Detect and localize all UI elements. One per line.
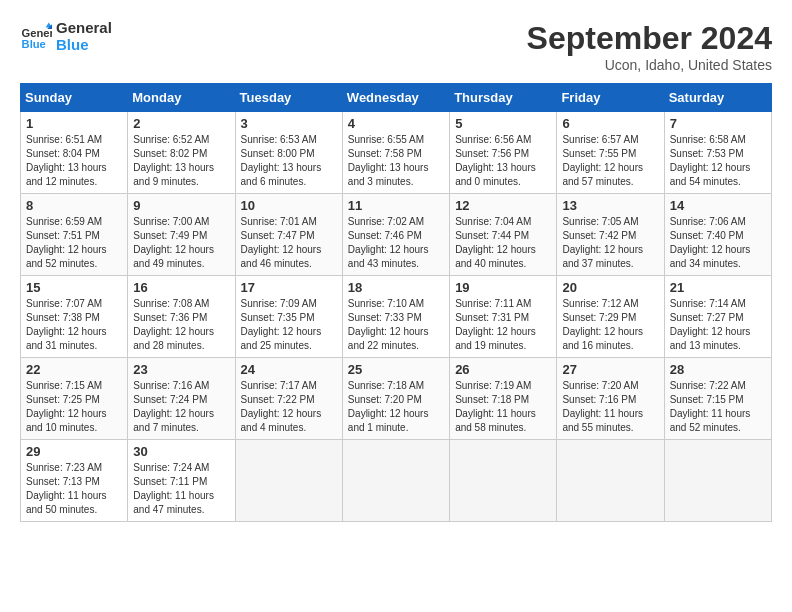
cell-content: Sunrise: 7:05 AM Sunset: 7:42 PM Dayligh… — [562, 215, 658, 271]
cell-content: Sunrise: 7:09 AM Sunset: 7:35 PM Dayligh… — [241, 297, 337, 353]
day-number: 24 — [241, 362, 337, 377]
calendar-table: SundayMondayTuesdayWednesdayThursdayFrid… — [20, 83, 772, 522]
logo-icon: General Blue — [20, 21, 52, 53]
calendar-cell: 16 Sunrise: 7:08 AM Sunset: 7:36 PM Dayl… — [128, 276, 235, 358]
cell-content: Sunrise: 7:16 AM Sunset: 7:24 PM Dayligh… — [133, 379, 229, 435]
header-friday: Friday — [557, 84, 664, 112]
cell-content: Sunrise: 7:10 AM Sunset: 7:33 PM Dayligh… — [348, 297, 444, 353]
day-number: 23 — [133, 362, 229, 377]
calendar-cell — [450, 440, 557, 522]
day-number: 30 — [133, 444, 229, 459]
calendar-cell — [557, 440, 664, 522]
cell-content: Sunrise: 7:18 AM Sunset: 7:20 PM Dayligh… — [348, 379, 444, 435]
cell-content: Sunrise: 7:24 AM Sunset: 7:11 PM Dayligh… — [133, 461, 229, 517]
day-number: 10 — [241, 198, 337, 213]
calendar-cell: 19 Sunrise: 7:11 AM Sunset: 7:31 PM Dayl… — [450, 276, 557, 358]
calendar-cell: 7 Sunrise: 6:58 AM Sunset: 7:53 PM Dayli… — [664, 112, 771, 194]
cell-content: Sunrise: 6:59 AM Sunset: 7:51 PM Dayligh… — [26, 215, 122, 271]
calendar-cell — [664, 440, 771, 522]
cell-content: Sunrise: 7:04 AM Sunset: 7:44 PM Dayligh… — [455, 215, 551, 271]
calendar-cell: 29 Sunrise: 7:23 AM Sunset: 7:13 PM Dayl… — [21, 440, 128, 522]
day-number: 20 — [562, 280, 658, 295]
day-number: 11 — [348, 198, 444, 213]
calendar-cell: 3 Sunrise: 6:53 AM Sunset: 8:00 PM Dayli… — [235, 112, 342, 194]
cell-content: Sunrise: 7:01 AM Sunset: 7:47 PM Dayligh… — [241, 215, 337, 271]
calendar-cell: 1 Sunrise: 6:51 AM Sunset: 8:04 PM Dayli… — [21, 112, 128, 194]
cell-content: Sunrise: 6:51 AM Sunset: 8:04 PM Dayligh… — [26, 133, 122, 189]
day-number: 15 — [26, 280, 122, 295]
calendar-cell: 9 Sunrise: 7:00 AM Sunset: 7:49 PM Dayli… — [128, 194, 235, 276]
calendar-cell: 30 Sunrise: 7:24 AM Sunset: 7:11 PM Dayl… — [128, 440, 235, 522]
day-number: 27 — [562, 362, 658, 377]
week-row-4: 22 Sunrise: 7:15 AM Sunset: 7:25 PM Dayl… — [21, 358, 772, 440]
day-number: 4 — [348, 116, 444, 131]
calendar-cell: 5 Sunrise: 6:56 AM Sunset: 7:56 PM Dayli… — [450, 112, 557, 194]
calendar-cell: 8 Sunrise: 6:59 AM Sunset: 7:51 PM Dayli… — [21, 194, 128, 276]
calendar-cell: 6 Sunrise: 6:57 AM Sunset: 7:55 PM Dayli… — [557, 112, 664, 194]
calendar-cell: 2 Sunrise: 6:52 AM Sunset: 8:02 PM Dayli… — [128, 112, 235, 194]
header-saturday: Saturday — [664, 84, 771, 112]
logo: General Blue General Blue — [20, 20, 112, 53]
day-number: 9 — [133, 198, 229, 213]
header: General Blue General Blue September 2024… — [20, 20, 772, 73]
calendar-cell: 21 Sunrise: 7:14 AM Sunset: 7:27 PM Dayl… — [664, 276, 771, 358]
day-number: 1 — [26, 116, 122, 131]
cell-content: Sunrise: 6:56 AM Sunset: 7:56 PM Dayligh… — [455, 133, 551, 189]
day-number: 12 — [455, 198, 551, 213]
cell-content: Sunrise: 7:17 AM Sunset: 7:22 PM Dayligh… — [241, 379, 337, 435]
cell-content: Sunrise: 7:07 AM Sunset: 7:38 PM Dayligh… — [26, 297, 122, 353]
cell-content: Sunrise: 6:55 AM Sunset: 7:58 PM Dayligh… — [348, 133, 444, 189]
calendar-header-row: SundayMondayTuesdayWednesdayThursdayFrid… — [21, 84, 772, 112]
location: Ucon, Idaho, United States — [527, 57, 772, 73]
calendar-cell — [235, 440, 342, 522]
day-number: 13 — [562, 198, 658, 213]
day-number: 19 — [455, 280, 551, 295]
day-number: 17 — [241, 280, 337, 295]
week-row-5: 29 Sunrise: 7:23 AM Sunset: 7:13 PM Dayl… — [21, 440, 772, 522]
cell-content: Sunrise: 7:06 AM Sunset: 7:40 PM Dayligh… — [670, 215, 766, 271]
day-number: 14 — [670, 198, 766, 213]
day-number: 29 — [26, 444, 122, 459]
svg-text:Blue: Blue — [22, 38, 46, 50]
calendar-cell: 22 Sunrise: 7:15 AM Sunset: 7:25 PM Dayl… — [21, 358, 128, 440]
cell-content: Sunrise: 7:23 AM Sunset: 7:13 PM Dayligh… — [26, 461, 122, 517]
logo-general: General — [56, 20, 112, 37]
header-monday: Monday — [128, 84, 235, 112]
day-number: 2 — [133, 116, 229, 131]
day-number: 6 — [562, 116, 658, 131]
calendar-cell: 28 Sunrise: 7:22 AM Sunset: 7:15 PM Dayl… — [664, 358, 771, 440]
week-row-3: 15 Sunrise: 7:07 AM Sunset: 7:38 PM Dayl… — [21, 276, 772, 358]
calendar-cell: 4 Sunrise: 6:55 AM Sunset: 7:58 PM Dayli… — [342, 112, 449, 194]
header-wednesday: Wednesday — [342, 84, 449, 112]
calendar-cell: 20 Sunrise: 7:12 AM Sunset: 7:29 PM Dayl… — [557, 276, 664, 358]
calendar-cell: 27 Sunrise: 7:20 AM Sunset: 7:16 PM Dayl… — [557, 358, 664, 440]
cell-content: Sunrise: 7:08 AM Sunset: 7:36 PM Dayligh… — [133, 297, 229, 353]
calendar-cell: 26 Sunrise: 7:19 AM Sunset: 7:18 PM Dayl… — [450, 358, 557, 440]
week-row-2: 8 Sunrise: 6:59 AM Sunset: 7:51 PM Dayli… — [21, 194, 772, 276]
calendar-body: 1 Sunrise: 6:51 AM Sunset: 8:04 PM Dayli… — [21, 112, 772, 522]
header-tuesday: Tuesday — [235, 84, 342, 112]
calendar-cell: 25 Sunrise: 7:18 AM Sunset: 7:20 PM Dayl… — [342, 358, 449, 440]
cell-content: Sunrise: 6:53 AM Sunset: 8:00 PM Dayligh… — [241, 133, 337, 189]
day-number: 26 — [455, 362, 551, 377]
cell-content: Sunrise: 6:58 AM Sunset: 7:53 PM Dayligh… — [670, 133, 766, 189]
logo-blue: Blue — [56, 37, 112, 54]
cell-content: Sunrise: 6:52 AM Sunset: 8:02 PM Dayligh… — [133, 133, 229, 189]
week-row-1: 1 Sunrise: 6:51 AM Sunset: 8:04 PM Dayli… — [21, 112, 772, 194]
day-number: 28 — [670, 362, 766, 377]
calendar-cell: 11 Sunrise: 7:02 AM Sunset: 7:46 PM Dayl… — [342, 194, 449, 276]
month-title: September 2024 — [527, 20, 772, 57]
calendar-cell — [342, 440, 449, 522]
cell-content: Sunrise: 7:14 AM Sunset: 7:27 PM Dayligh… — [670, 297, 766, 353]
day-number: 25 — [348, 362, 444, 377]
day-number: 8 — [26, 198, 122, 213]
title-area: September 2024 Ucon, Idaho, United State… — [527, 20, 772, 73]
calendar-cell: 23 Sunrise: 7:16 AM Sunset: 7:24 PM Dayl… — [128, 358, 235, 440]
cell-content: Sunrise: 7:02 AM Sunset: 7:46 PM Dayligh… — [348, 215, 444, 271]
cell-content: Sunrise: 7:19 AM Sunset: 7:18 PM Dayligh… — [455, 379, 551, 435]
calendar-cell: 18 Sunrise: 7:10 AM Sunset: 7:33 PM Dayl… — [342, 276, 449, 358]
cell-content: Sunrise: 7:15 AM Sunset: 7:25 PM Dayligh… — [26, 379, 122, 435]
day-number: 18 — [348, 280, 444, 295]
cell-content: Sunrise: 6:57 AM Sunset: 7:55 PM Dayligh… — [562, 133, 658, 189]
calendar-cell: 10 Sunrise: 7:01 AM Sunset: 7:47 PM Dayl… — [235, 194, 342, 276]
